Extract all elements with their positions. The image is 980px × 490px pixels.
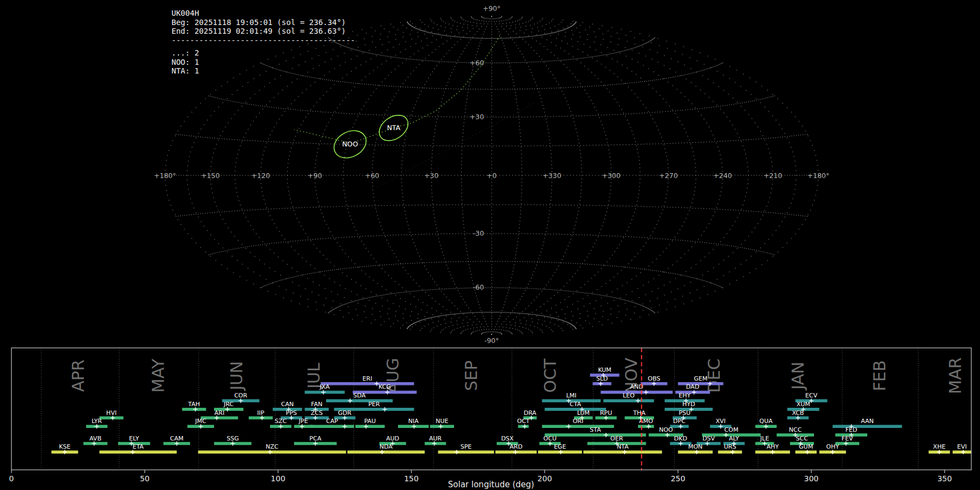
info-line: End: 20251119 02:01:49 (sol = 236.63°)	[171, 27, 355, 36]
shower-bar	[603, 399, 654, 402]
shower-label: AUR	[429, 435, 442, 442]
latitude-label: -30	[473, 229, 484, 237]
shower-label: LMI	[566, 392, 577, 399]
shower-label: HYD	[682, 401, 695, 408]
axis-tick-label: 350	[938, 474, 952, 483]
month-label: JAN	[788, 362, 807, 390]
shower-label: OCU	[543, 435, 556, 442]
month-label: MAY	[149, 358, 168, 393]
shower-label: ORI	[573, 418, 584, 425]
shower-label: ELY	[129, 435, 139, 442]
shower-label: KUM	[598, 366, 611, 373]
shower-label: CAN	[281, 401, 293, 408]
shower-label: GDR	[338, 409, 352, 416]
month-label: JUN	[227, 361, 246, 391]
sky-map: +90°+60+30-30-60-90°+180°+150+120+90+60+…	[0, 0, 980, 346]
shower-label: ARI	[215, 409, 224, 416]
shower-bars: KUMERISLDOBSGEMJXAKCGANDDADCORSDALMILEOE…	[51, 366, 971, 454]
shower-label: ETA	[132, 443, 144, 450]
shower-label: GUM	[799, 443, 813, 450]
shower-label: URS	[724, 443, 736, 450]
shower-bar	[356, 425, 385, 428]
shower-label: OHY	[826, 443, 840, 450]
longitude-label: +0	[487, 171, 497, 180]
shower-label: JXA	[319, 383, 330, 390]
shower-label: NDA	[379, 443, 393, 450]
shower-label: LEO	[623, 392, 635, 399]
shower-label: FED	[846, 426, 857, 433]
longitude-label: +300	[602, 171, 620, 180]
latitude-label: +90°	[483, 4, 501, 13]
longitude-label: +210	[763, 171, 782, 180]
shower-label: EGE	[554, 443, 566, 450]
shower-label: ECV	[805, 392, 818, 399]
shower-label: PCA	[309, 435, 321, 442]
longitude-label: +30	[424, 171, 438, 180]
longitude-label: +330	[543, 171, 561, 180]
shower-label: SDA	[353, 392, 366, 399]
shower-label: PER	[368, 401, 380, 408]
shower-label: XVI	[716, 418, 726, 425]
shower-label: OER	[610, 435, 623, 442]
shower-bar	[438, 451, 494, 454]
shower-label: PSU	[679, 409, 691, 416]
shower-bar	[638, 425, 654, 428]
shower-label: AVB	[89, 435, 101, 442]
shower-label: STA	[590, 426, 601, 433]
shower-label: XUM	[797, 401, 810, 408]
shower-bar	[678, 382, 723, 385]
shower-label: LUM	[577, 409, 590, 416]
shower-label: AAN	[861, 418, 874, 425]
longitude-label: +180°	[154, 171, 176, 180]
axis-tick-label: 250	[671, 474, 685, 483]
shower-label: SSG	[226, 435, 239, 442]
info-line: UK004H	[171, 9, 355, 18]
shower-label: NOO	[659, 426, 673, 433]
month-label: APR	[69, 359, 88, 391]
axis-tick-label: 300	[804, 474, 819, 483]
longitude-label: +180°	[807, 171, 830, 180]
axis-tick-label: 0	[9, 474, 14, 483]
longitude-label: +90	[308, 171, 322, 180]
axis-tick-label: 100	[271, 474, 285, 483]
longitude-label: +60	[365, 171, 379, 180]
shower-label: IIP	[257, 409, 264, 416]
shower-label: RPU	[600, 409, 612, 416]
shower-label: COR	[234, 392, 247, 399]
shower-label: XCB	[792, 409, 804, 416]
shower-label: TAH	[188, 401, 200, 408]
info-line: Beg: 20251118 19:05:01 (sol = 236.34°)	[171, 18, 355, 27]
shower-label: DAD	[686, 383, 699, 390]
shower-label: ALY	[729, 435, 739, 442]
shower-bar	[347, 451, 425, 454]
shower-label: SCC	[796, 435, 808, 442]
shower-label: QUA	[759, 418, 773, 425]
longitude-label: +120	[252, 171, 270, 180]
shower-label: JMC	[194, 418, 206, 425]
longitude-label: +240	[713, 171, 732, 180]
shower-label: ZCS	[311, 409, 323, 416]
shower-radiants: NTANOO	[329, 110, 413, 163]
shower-label: CTA	[569, 401, 581, 408]
latitude-label: -90°	[485, 336, 499, 345]
shower-label: DSX	[501, 435, 513, 442]
shower-label: SLD	[596, 375, 608, 382]
observation-info: UK004HBeg: 20251118 19:05:01 (sol = 236.…	[171, 9, 355, 76]
shower-label: EVI	[957, 443, 967, 450]
axis-tick-label: 50	[140, 474, 150, 483]
shower-bar	[718, 451, 742, 454]
shower-label: KSE	[59, 443, 70, 450]
shower-bar	[201, 416, 238, 420]
shower-bar	[321, 382, 414, 385]
shower-label: XHE	[933, 443, 946, 450]
shower-label: GEM	[694, 375, 707, 382]
shower-label: NIA	[408, 418, 419, 425]
longitude-label: +150	[201, 171, 219, 180]
shower-label: FAN	[311, 401, 322, 408]
shower-bar	[544, 433, 646, 437]
shower-label: OBS	[648, 375, 660, 382]
shower-bar	[100, 451, 177, 454]
meteor-station-plot: UK004HBeg: 20251118 19:05:01 (sol = 236.…	[0, 0, 980, 490]
activity-chart: APRMAYJUNJULAUGSEPOCTNOVDECJANFEBMAR KUM…	[0, 346, 980, 490]
shower-label: AUD	[386, 435, 399, 442]
